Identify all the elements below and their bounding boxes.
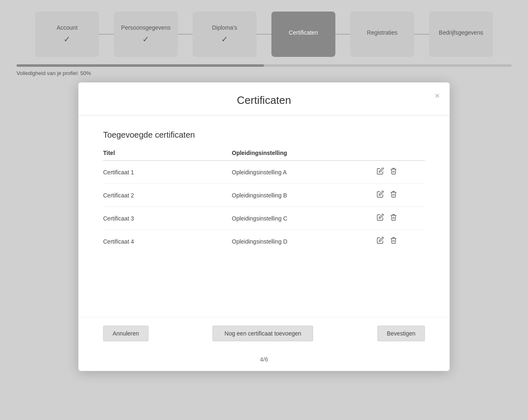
table-row: Certificaat 3Opleidingsinstelling C bbox=[103, 207, 425, 230]
edit-button-4[interactable] bbox=[377, 237, 384, 246]
add-certificate-button[interactable]: Nog een certificaat toevoegen bbox=[212, 326, 313, 341]
modal-body: Toegevoegde certificaten Titel Opleiding… bbox=[78, 115, 450, 317]
modal-backdrop: Certificaten × Toegevoegde certificaten … bbox=[0, 0, 528, 420]
modal-footer: Annuleren Nog een certificaat toevoegen … bbox=[78, 317, 450, 350]
cert-inst-1: Opleidingsinstelling A bbox=[232, 161, 377, 184]
col-header-title: Titel bbox=[103, 150, 232, 161]
edit-button-1[interactable] bbox=[377, 167, 384, 177]
edit-button-2[interactable] bbox=[377, 190, 384, 200]
cert-inst-2: Opleidingsinstelling B bbox=[232, 184, 377, 207]
cert-actions-1 bbox=[377, 161, 425, 184]
pagination: 4/6 bbox=[78, 350, 450, 371]
col-header-actions bbox=[377, 150, 425, 161]
close-button[interactable]: × bbox=[435, 92, 440, 100]
modal-header: Certificaten × bbox=[78, 82, 450, 115]
cert-title-2: Certificaat 2 bbox=[103, 184, 232, 207]
cert-inst-4: Opleidingsinstelling D bbox=[232, 230, 377, 253]
cert-inst-3: Opleidingsinstelling C bbox=[232, 207, 377, 230]
modal-title: Certificaten bbox=[237, 94, 291, 106]
table-row: Certificaat 1Opleidingsinstelling A bbox=[103, 161, 425, 184]
table-row: Certificaat 2Opleidingsinstelling B bbox=[103, 184, 425, 207]
delete-button-1[interactable] bbox=[390, 167, 397, 177]
annuleren-button[interactable]: Annuleren bbox=[103, 326, 148, 341]
cert-title-3: Certificaat 3 bbox=[103, 207, 232, 230]
cert-title-1: Certificaat 1 bbox=[103, 161, 232, 184]
bevestigen-button[interactable]: Bevestigen bbox=[377, 326, 425, 341]
section-title: Toegevoegde certificaten bbox=[103, 130, 425, 140]
cert-actions-2 bbox=[377, 184, 425, 207]
cert-actions-3 bbox=[377, 207, 425, 230]
delete-button-2[interactable] bbox=[390, 190, 397, 200]
table-row: Certificaat 4Opleidingsinstelling D bbox=[103, 230, 425, 253]
edit-button-3[interactable] bbox=[377, 214, 384, 223]
delete-button-3[interactable] bbox=[390, 214, 397, 223]
certificates-table: Titel Opleidingsinstelling Certificaat 1… bbox=[103, 150, 425, 253]
cert-actions-4 bbox=[377, 230, 425, 253]
cert-title-4: Certificaat 4 bbox=[103, 230, 232, 253]
modal: Certificaten × Toegevoegde certificaten … bbox=[78, 82, 450, 371]
delete-button-4[interactable] bbox=[390, 237, 397, 246]
col-header-inst: Opleidingsinstelling bbox=[232, 150, 377, 161]
